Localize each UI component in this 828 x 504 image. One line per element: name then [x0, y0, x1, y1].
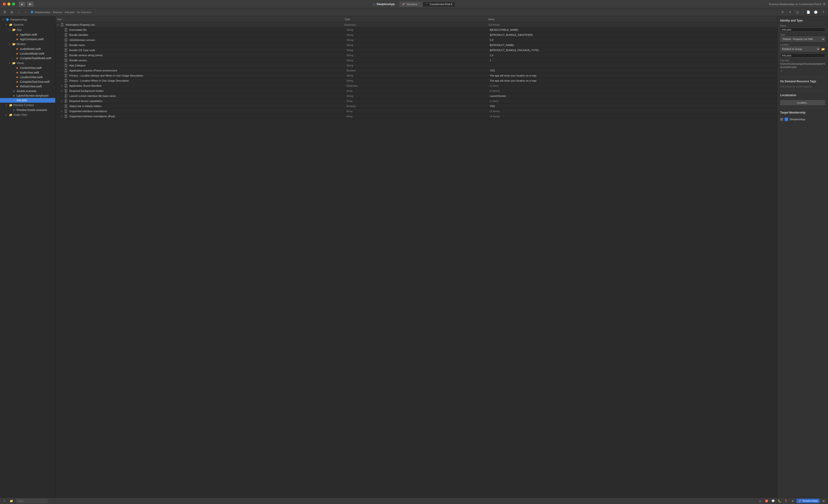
row-stepper-up-rd[interactable]: ▲ [64, 99, 68, 101]
sidebar-item-locationmodel[interactable]: ■ LocationModel.swift [0, 51, 55, 56]
sidebar-item-infoplist[interactable]: ⊞ Info.plist [0, 98, 55, 103]
row-stepper-down-root[interactable]: ▼ [60, 25, 64, 27]
inspector-toggle-icon[interactable]: ◫ [794, 10, 800, 15]
warnings-button[interactable]: ⚠ [758, 499, 763, 503]
sidebar-item-assets[interactable]: ● Assets.xcassets [0, 89, 55, 93]
plist-row-bundleid[interactable]: ▲ ▼ Bundle identifier String $(PRODUCT_B… [55, 32, 777, 37]
plist-row-bundlevershort[interactable]: ▲ ▼ Bundle version string (short) String… [55, 53, 777, 58]
row-stepper-orient-ipad[interactable]: ▲ ▼ [64, 114, 68, 118]
row-disclosure-reqbg[interactable] [60, 89, 63, 92]
sidebar-item-audioview[interactable]: ■ AudioView.swift [0, 70, 55, 75]
plist-row-requiresiphone[interactable]: ▲ ▼ Application requires iPhone environm… [55, 68, 777, 73]
nav-back-button[interactable]: ‹ [16, 10, 22, 15]
plist-row-root[interactable]: ▲ ▼ Information Property List Dictionary… [55, 22, 777, 27]
run-button[interactable]: ▶ [27, 2, 34, 7]
panel-type-select[interactable]: Default - Property List XML [780, 37, 825, 42]
sidebar-item-refreshview[interactable]: ■ RefreshView.swift [0, 84, 55, 89]
row-stepper-down-sor[interactable]: ▼ [64, 111, 68, 113]
list-view-icon[interactable]: ≡ [787, 10, 793, 15]
row-stepper-up-sor[interactable]: ▲ [64, 109, 68, 111]
row-stepper-down-bos[interactable]: ▼ [64, 50, 68, 52]
filter-input[interactable] [16, 499, 48, 503]
row-stepper-down-bn[interactable]: ▼ [64, 45, 68, 47]
sidebar-group-audiofiles[interactable]: 📁 Audio Files [0, 112, 55, 118]
row-stepper-down-rd[interactable]: ▼ [64, 101, 68, 103]
refresh-icon[interactable]: ↻ [780, 10, 786, 15]
sidebar-group-models[interactable]: 📂 Models [0, 42, 55, 47]
row-disclosure-orient[interactable] [60, 110, 63, 113]
plist-row-appcategory[interactable]: ▲ ▼ App Category String [55, 63, 777, 68]
debug-button[interactable]: 🐛 [777, 499, 782, 503]
row-disclosure-reqdevice[interactable] [60, 99, 63, 103]
breadcrumb-noselection[interactable]: No Selection [77, 11, 91, 14]
row-stepper-down-sb[interactable]: ▼ [64, 106, 68, 108]
breadcrumb-sleeplessapp[interactable]: SleeplessApp [35, 11, 50, 14]
panel-path-input[interactable] [780, 53, 825, 57]
location-button[interactable]: 📍 [784, 499, 789, 503]
row-stepper-scene[interactable]: ▲ ▼ [64, 84, 68, 88]
expand-button[interactable]: ⊞ [821, 499, 826, 503]
sidebar-group-app[interactable]: 📂 App [0, 27, 55, 32]
row-stepper-up-bos[interactable]: ▲ [64, 48, 68, 50]
scheme-button[interactable]: 🚀 SleeplessApp [796, 499, 820, 503]
row-stepper-up-ac[interactable]: ▲ [64, 64, 68, 66]
tab-countermind[interactable]: 📱 Countermind iPad 8 [422, 2, 455, 7]
sidebar-item-contentview[interactable]: ■ ContentView.swift [0, 66, 55, 70]
row-stepper-privacy-always[interactable]: ▲ ▼ [64, 74, 68, 78]
sidebar-group-views[interactable]: 📂 Views [0, 60, 55, 66]
sidebar-root-sleeplessapp[interactable]: 🔷 SleeplessApp [0, 17, 55, 22]
plist-row-launchscreen[interactable]: ▲ ▼ Launch screen interface file base na… [55, 93, 777, 98]
stop-button[interactable]: ■ [19, 2, 25, 7]
row-stepper-up-bn[interactable]: ▲ [64, 43, 68, 45]
sidebar-item-audiomodel[interactable]: ■ AudioModel.swift [0, 47, 55, 51]
row-stepper-down-bid[interactable]: ▼ [64, 35, 68, 37]
add-file-button[interactable]: + [2, 499, 7, 503]
row-stepper-up-ls[interactable]: ▲ [64, 94, 68, 96]
plist-row-infodict[interactable]: ▲ ▼ InfoDictionary version String 6.0 [55, 37, 777, 43]
row-stepper-orient[interactable]: ▲ ▼ [64, 109, 68, 113]
row-stepper-reqbg[interactable]: ▲ ▼ [64, 89, 68, 93]
row-stepper-down-ls[interactable]: ▼ [64, 96, 68, 98]
plist-row-bundleos[interactable]: ▲ ▼ Bundle OS Type code String $(PRODUCT… [55, 48, 777, 53]
row-disclosure-orient-ipad[interactable] [60, 115, 63, 118]
plist-row-orient-ipad[interactable]: ▲ ▼ Supported interface orientations (iP… [55, 114, 777, 119]
folder-nav-button[interactable]: 📁 [9, 499, 14, 503]
memory-button[interactable]: ⊕ [790, 499, 795, 503]
row-stepper-bundlever[interactable]: ▲ ▼ [64, 58, 68, 62]
sidebar-item-locationview[interactable]: ■ LocationView.swift [0, 75, 55, 80]
row-stepper-statusbar[interactable]: ▲ ▼ [64, 104, 68, 108]
target-item-sleeplessapp[interactable]: ✓ ⬡ SleeplessApp [780, 117, 825, 122]
row-stepper-down-id[interactable]: ▼ [64, 40, 68, 42]
minimize-button[interactable] [7, 3, 10, 6]
row-stepper-up-sb[interactable]: ▲ [64, 104, 68, 106]
plist-row-bundlename[interactable]: ▲ ▼ Bundle name String $(PRODUCT_NAME) [55, 43, 777, 48]
row-stepper-infodict[interactable]: ▲ ▼ [64, 38, 68, 42]
row-stepper-reqdevice[interactable]: ▲ ▼ [64, 99, 68, 103]
nav-forward-button[interactable]: › [23, 10, 29, 15]
plist-row-statusbar[interactable]: ▲ ▼ Status bar is initially hidden Boole… [55, 103, 777, 109]
row-stepper-down-sm[interactable]: ▼ [64, 86, 68, 88]
sidebar-item-launchscreen[interactable]: ● LaunchScreen.storyboard [0, 93, 55, 98]
row-stepper-down-bv[interactable]: ▼ [64, 60, 68, 62]
row-stepper-appcategory[interactable]: ▲ ▼ [64, 64, 68, 68]
row-stepper-up-sm[interactable]: ▲ [64, 84, 68, 86]
panel-name-input[interactable] [780, 28, 825, 32]
plist-row-scene-manifest[interactable]: ▲ ▼ Application Scene Manifest Dictionar… [55, 83, 777, 88]
messages-button[interactable]: 💬 [771, 499, 776, 503]
sidebar-item-previewassets[interactable]: ● Preview Assets.xcassets [0, 108, 55, 112]
sidebar-item-appconstants[interactable]: ■ AppConstants.swift [0, 37, 55, 42]
plist-row-bundlever[interactable]: ▲ ▼ Bundle version String 1 [55, 58, 777, 63]
row-disclosure-scene[interactable] [60, 84, 63, 87]
row-stepper-down-pw[interactable]: ▼ [64, 81, 68, 83]
row-stepper-down-bvs[interactable]: ▼ [64, 55, 68, 57]
row-stepper-requiresiphone[interactable]: ▲ ▼ [64, 69, 68, 73]
row-stepper-down-rb[interactable]: ▼ [64, 91, 68, 93]
row-stepper-up-root[interactable]: ▲ [60, 23, 64, 25]
row-stepper-down-ri[interactable]: ▼ [64, 71, 68, 73]
row-stepper-executable[interactable]: ▲ ▼ [64, 28, 68, 32]
row-stepper-bundlevershort[interactable]: ▲ ▼ [64, 53, 68, 57]
sidebar-item-completetaskview[interactable]: ■ CompleteTaskView.swift [0, 80, 55, 84]
grid-view-button[interactable]: ⊞ [9, 10, 15, 15]
errors-button[interactable]: ⛔ [764, 499, 769, 503]
plist-row-executable[interactable]: ▲ ▼ Executable file String ${EXECUTABLE_… [55, 27, 777, 32]
